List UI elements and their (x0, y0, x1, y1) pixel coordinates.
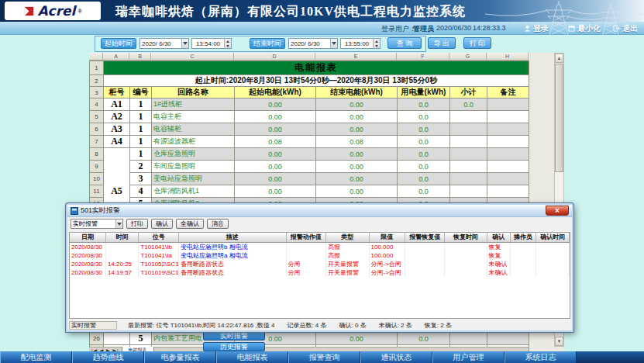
system-date: 2020/06/30 (436, 24, 471, 32)
col-letter: E (315, 53, 397, 60)
login-user-name: 管理员 (413, 24, 434, 34)
acrel-logo-icon (23, 5, 35, 17)
table-row: 8 A5 1 仓库应急照明 0.00 0.00 0.0 (90, 148, 529, 161)
bottom-nav-bar: 配电监测 趋势曲线 电参量报表 电能报表 报警查询 通讯状态 用户管理 系统日志 (0, 351, 644, 363)
start-time-spinner[interactable]: 13:54:00 (191, 38, 232, 49)
export-button[interactable]: 导 出 (428, 37, 456, 49)
end-date-picker[interactable]: 2020/ 6/30 (288, 38, 338, 49)
status-mode: 实时报警 (69, 321, 117, 330)
end-time-label-button[interactable]: 结束时间 (250, 38, 285, 49)
popup-ack-button[interactable]: 确认 (151, 219, 173, 229)
realtime-alarm-button[interactable]: 实时报警 (203, 331, 265, 341)
acrel-logo: Acrel ® (5, 2, 101, 20)
alarm-row[interactable]: 2020/08/30 T101041\Ia 变电站应急照明a 相电流 高报 10… (70, 251, 570, 260)
page-title: 瑞幸咖啡烘焙（屏南）有限公司10KV供电工程电力监控系统 (108, 4, 473, 20)
user-icon (524, 25, 531, 32)
nav-distribution-monitor[interactable]: 配电监测 (0, 351, 72, 363)
end-date-dropdown-icon[interactable] (330, 39, 337, 48)
row-number: 1 (90, 61, 104, 75)
row-number: 2 (90, 75, 104, 87)
nav-system-log[interactable]: 系统日志 (505, 351, 577, 363)
start-time-label-button[interactable]: 起始时间 (101, 38, 136, 49)
nav-trend-curve[interactable]: 趋势曲线 (72, 351, 144, 363)
login-button[interactable]: 登录 (524, 22, 549, 34)
corner-cell (89, 53, 103, 60)
table-row: 26 5 内包装工艺用电 0.00 0.00 0.0 (90, 333, 529, 345)
table-row: 11 4 仓库消防风机1 0.00 0.00 0.0 (90, 185, 529, 198)
nav-comm-status[interactable]: 通讯状态 (360, 351, 432, 363)
col-letter: D (234, 53, 315, 60)
title-bar: Acrel ® 瑞幸咖啡烘焙（屏南）有限公司10KV供电工程电力监控系统 (0, 0, 644, 22)
alarm-table: 日期 时间 位号 描述 报警动作值 类型 限值 报警恢复值 恢复时间 确认 操作… (70, 233, 570, 277)
popup-title-bar[interactable]: 501实时报警 × (67, 205, 572, 217)
popup-print-button[interactable]: 打印 (126, 219, 148, 229)
table-row: 10 3 变电站应急照明 0.00 0.00 0.0 (90, 173, 529, 185)
header-subtotal: 小计 (450, 87, 487, 99)
col-letter: H (487, 53, 529, 60)
status-total-count: 记录总数: 4 条 (287, 321, 326, 330)
realtime-alarm-window: 501实时报警 × 实时报警 打印 确认 全确认 消音 日期 时 (66, 203, 573, 332)
col-letter: A (103, 53, 129, 60)
table-row: 6 A3 1 电容辅柜 0.00 0.00 0.0 (90, 123, 529, 136)
nav-parameter-report[interactable]: 电参量报表 (144, 351, 216, 363)
dropdown-arrow-icon[interactable] (115, 220, 122, 228)
logo-text: Acrel (37, 3, 75, 19)
scrollbar-thumb[interactable] (555, 64, 563, 172)
alarm-row[interactable]: 2020/08/30 14:19:57 T101019\SC1 备用断路器状态 … (70, 268, 570, 277)
nav-alarm-query[interactable]: 报警查询 (288, 351, 360, 363)
start-date-dropdown-icon[interactable] (181, 39, 188, 48)
scroll-up-arrow[interactable]: ▲ (555, 54, 563, 63)
print-button[interactable]: 打 印 (463, 37, 491, 49)
header-id: 编号 (130, 87, 152, 99)
history-alarm-button[interactable]: 历史报警 (203, 342, 265, 351)
exit-icon (613, 25, 620, 32)
scroll-down-arrow[interactable]: ▼ (555, 337, 563, 346)
row-number: 3 (90, 87, 104, 99)
alarm-mode-dropdown[interactable]: 实时报警 (71, 219, 123, 229)
alarm-table-header: 日期 时间 位号 描述 报警动作值 类型 限值 报警恢复值 恢复时间 确认 操作… (70, 233, 570, 242)
table-row: 9 2 车间应急照明 0.00 0.00 0.0 (90, 161, 529, 173)
nav-user-management[interactable]: 用户管理 (432, 351, 505, 363)
start-date-picker[interactable]: 2020/ 6/30 (139, 38, 189, 49)
report-time-range-cell: 起止时间:2020年8月30日 13时54分0秒—2020年8月30日 13时5… (104, 75, 529, 87)
col-letter: B (129, 53, 151, 60)
status-ack-count: 确认: 0 条 (339, 321, 367, 330)
header-note: 备注 (487, 87, 529, 99)
table-row: 4 A1 1 1#进线柜 0.00 0.00 0.0 0.0 (90, 99, 529, 111)
scada-screen: Acrel ® 瑞幸咖啡烘焙（屏南）有限公司10KV供电工程电力监控系统 登录用… (0, 0, 644, 363)
logo-registered-mark: ® (77, 9, 81, 14)
window-icon (71, 207, 78, 215)
column-letter-header: A B C D E F G H (89, 53, 564, 60)
popup-ack-all-button[interactable]: 全确认 (176, 219, 204, 229)
header-end-energy: 结束电能(kWh) (316, 87, 398, 99)
system-time: 14:28:33.3 (473, 24, 506, 32)
header-cabinet: 柜号 (104, 87, 130, 99)
minimize-icon (568, 25, 575, 32)
header-usage: 用电量(kWh) (398, 87, 450, 99)
popup-toolbar: 实时报警 打印 确认 全确认 消音 (67, 217, 572, 230)
login-user-label: 登录用户： (381, 24, 416, 34)
end-time-spin-buttons[interactable] (373, 39, 380, 48)
header-start-energy: 起始电能(kWh) (235, 87, 316, 99)
popup-status-bar: 实时报警 最新报警: 位号 T101041\Ib,时间 14:22:47.816… (69, 320, 570, 330)
col-letter: C (151, 53, 234, 60)
start-time-spin-buttons[interactable] (224, 39, 231, 48)
table-row: 5 A2 1 电容主柜 0.00 0.00 0.0 (90, 111, 529, 123)
nav-energy-report[interactable]: 电能报表 (216, 351, 288, 363)
status-unack-count: 未确认: 2 条 (379, 321, 412, 330)
minimize-button[interactable]: 最小化 (568, 22, 601, 34)
popup-close-button[interactable]: × (546, 206, 569, 216)
popup-mute-button[interactable]: 消音 (207, 219, 229, 229)
alarm-table-container: 日期 时间 位号 描述 报警动作值 类型 限值 报警恢复值 恢复时间 确认 操作… (69, 232, 570, 319)
alarm-row[interactable]: 2020/08/30 T101041\Ib 变电站应急照明b 相电流 高报 10… (70, 242, 570, 251)
popup-title: 501实时报警 (81, 206, 120, 216)
header-circuit-name: 回路名称 (152, 87, 235, 99)
exit-button[interactable]: 退出 (613, 22, 638, 34)
end-time-spinner[interactable]: 13:55:00 (340, 38, 381, 49)
report-title-cell: 电能报表 (104, 61, 529, 75)
table-row: 7 A4 1 有源滤波器柜 0.08 0.08 0.0 (90, 136, 529, 148)
col-letter: G (449, 53, 487, 60)
status-recover-count: 恢复: 2 条 (425, 321, 452, 330)
alarm-row[interactable]: 2020/08/30 14:20:25 T101052\SC1 备用断路器状态 … (70, 260, 570, 268)
query-button[interactable]: 查 询 (387, 37, 422, 49)
